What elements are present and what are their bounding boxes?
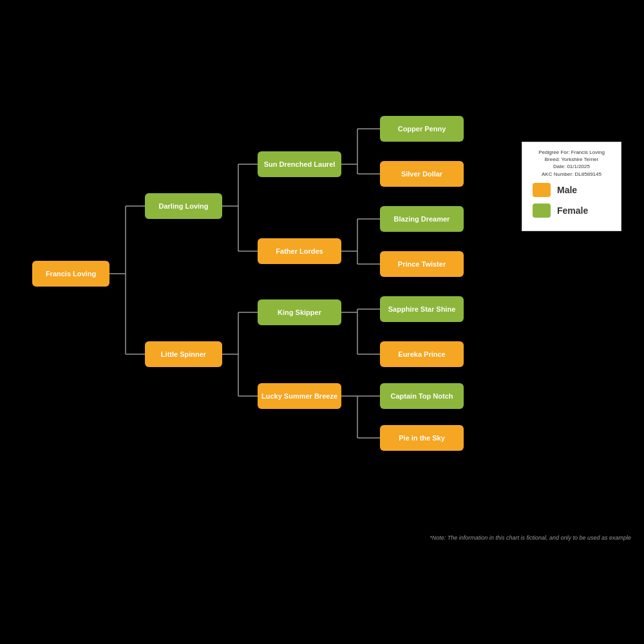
pedigree-chart: Francis Loving Darling Loving Little Spi… [19,97,509,470]
legend-female-label: Female [557,205,588,216]
node-g2-2: Father Lordes [258,238,341,264]
node-g2-3: King Skipper [258,299,341,325]
node-g3-2: Silver Dollar [380,161,464,187]
legend-box: Pedigree For: Francis Loving Breed: York… [522,142,621,231]
node-g3-4: Prince Twister [380,251,464,277]
node-g3-5: Sapphire Star Shine [380,296,464,322]
legend-female-box [533,204,551,218]
node-g3-8: Pie in the Sky [380,425,464,451]
legend-male-box [533,183,551,197]
node-g3-1: Copper Penny [380,116,464,142]
legend-male-label: Male [557,185,577,195]
node-root: Francis Loving [32,261,109,287]
node-g2-1: Sun Drenched Laurel [258,151,341,177]
node-g1-top: Darling Loving [145,193,222,219]
node-g3-7: Captain Top Notch [380,383,464,409]
footnote: *Note: The information in this chart is … [430,535,631,541]
legend-female: Female [533,204,611,218]
legend-male: Male [533,183,611,197]
node-g1-bot: Little Spinner [145,341,222,367]
legend-title: Pedigree For: Francis Loving Breed: York… [533,149,611,178]
node-g3-3: Blazing Dreamer [380,206,464,232]
node-g2-4: Lucky Summer Breeze [258,383,341,409]
node-g3-6: Eureka Prince [380,341,464,367]
